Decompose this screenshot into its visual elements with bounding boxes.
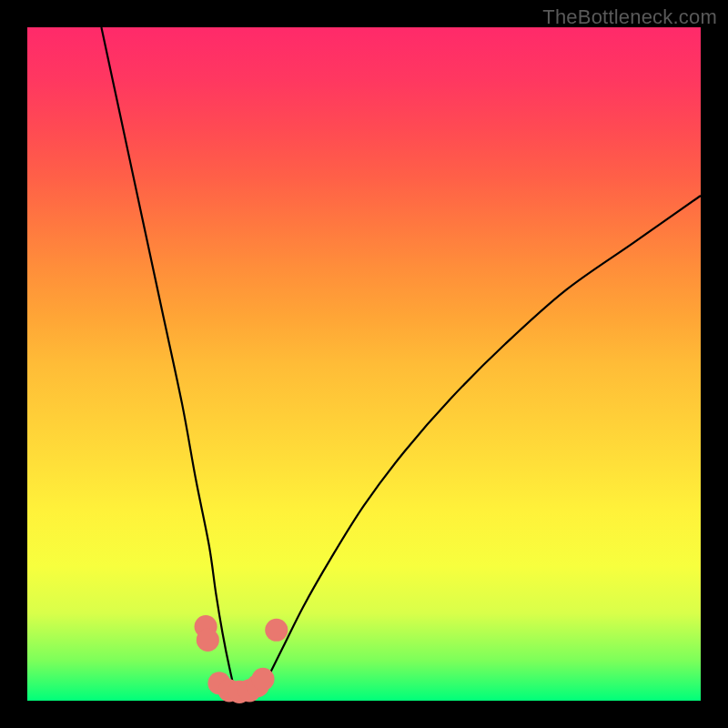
chart-frame: TheBottleneck.com: [0, 0, 728, 728]
curve-layer: [27, 27, 701, 701]
bottleneck-curve: [101, 27, 701, 702]
watermark-text: TheBottleneck.com: [542, 5, 717, 29]
plot-area: [27, 27, 701, 701]
data-marker: [251, 668, 274, 691]
marker-group: [195, 615, 288, 703]
data-marker: [265, 619, 288, 642]
data-marker: [197, 629, 219, 652]
